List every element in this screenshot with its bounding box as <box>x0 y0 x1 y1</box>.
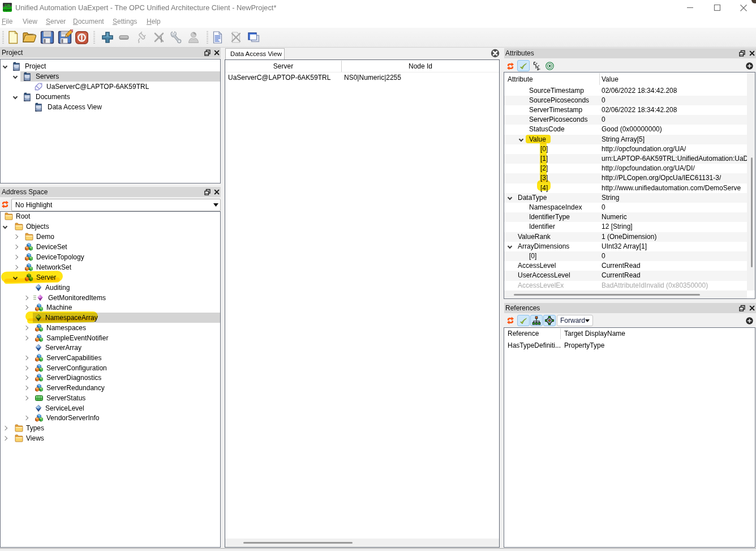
svg-text:UA: UA <box>5 3 11 7</box>
svg-text:expert: expert <box>3 8 12 11</box>
